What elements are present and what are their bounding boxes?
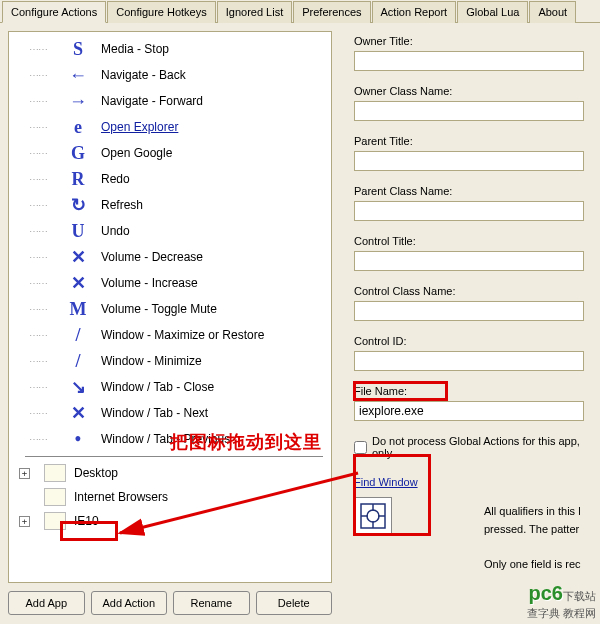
tab-about[interactable]: About (529, 1, 576, 23)
qualifier-text-3: Only one field is rec (484, 556, 581, 574)
expand-icon[interactable]: + (19, 516, 30, 527)
tree-item[interactable]: ⋯⋯←Navigate - Back (17, 62, 331, 88)
crosshair-icon[interactable] (354, 497, 392, 535)
tab-ignored-list[interactable]: Ignored List (217, 1, 292, 23)
tree-item[interactable]: ⋯⋯SMedia - Stop (17, 36, 331, 62)
svg-point-1 (367, 510, 379, 522)
tree-item-label: Navigate - Back (101, 68, 186, 82)
control-class-label: Control Class Name: (354, 285, 596, 297)
tree-item-label: Window - Minimize (101, 354, 202, 368)
control-id-input[interactable] (354, 351, 584, 371)
tree-item-label: Window - Maximize or Restore (101, 328, 264, 342)
tree-item[interactable]: ⋯⋯✕Window / Tab - Next (17, 400, 331, 426)
owner-class-input[interactable] (354, 101, 584, 121)
parent-title-input[interactable] (354, 151, 584, 171)
tree-item[interactable]: ⋯⋯MVolume - Toggle Mute (17, 296, 331, 322)
owner-title-label: Owner Title: (354, 35, 596, 47)
gesture-icon: G (65, 142, 91, 164)
gesture-icon: ✕ (65, 272, 91, 294)
tree-group-label: IE10 (74, 514, 99, 528)
gesture-icon: ↘ (65, 376, 91, 398)
gesture-icon: R (65, 168, 91, 190)
tree-group[interactable]: Internet Browsers (17, 485, 331, 509)
tree-item-label: Media - Stop (101, 42, 169, 56)
qualifier-text-1: All qualifiers in this l (484, 503, 581, 521)
tree-item[interactable]: ⋯⋯UUndo (17, 218, 331, 244)
gesture-icon: e (65, 116, 91, 138)
gesture-icon: / (65, 324, 91, 346)
tree-item[interactable]: ⋯⋯↻Refresh (17, 192, 331, 218)
gesture-icon: S (65, 38, 91, 60)
qualifier-text-2: pressed. The patter (484, 521, 581, 539)
delete-button[interactable]: Delete (256, 591, 333, 615)
tab-configure-hotkeys[interactable]: Configure Hotkeys (107, 1, 216, 23)
owner-class-label: Owner Class Name: (354, 85, 596, 97)
tab-bar: Configure Actions Configure Hotkeys Igno… (0, 0, 600, 23)
tree-item[interactable]: ⋯⋯/Window - Minimize (17, 348, 331, 374)
tab-global-lua[interactable]: Global Lua (457, 1, 528, 23)
folder-icon (44, 488, 66, 506)
parent-class-input[interactable] (354, 201, 584, 221)
tree-item-label: Redo (101, 172, 130, 186)
gesture-icon: U (65, 220, 91, 242)
watermark: pc6下载站 查字典 教程网 (527, 580, 596, 620)
tree-group-label: Desktop (74, 466, 118, 480)
owner-title-input[interactable] (354, 51, 584, 71)
tab-action-report[interactable]: Action Report (372, 1, 457, 23)
tree-item[interactable]: ⋯⋯✕Volume - Decrease (17, 244, 331, 270)
tree-item[interactable]: ⋯⋯✕Volume - Increase (17, 270, 331, 296)
gesture-icon: / (65, 350, 91, 372)
tree-item[interactable]: ⋯⋯RRedo (17, 166, 331, 192)
gesture-icon: ✕ (65, 246, 91, 268)
tree-item[interactable]: ⋯⋯/Window - Maximize or Restore (17, 322, 331, 348)
no-global-actions-checkbox[interactable] (354, 441, 367, 454)
tab-configure-actions[interactable]: Configure Actions (2, 1, 106, 23)
control-id-label: Control ID: (354, 335, 596, 347)
gesture-icon: • (65, 428, 91, 450)
rename-button[interactable]: Rename (173, 591, 250, 615)
tree-item-label: Window / Tab - Next (101, 406, 208, 420)
tree-item-label: Window / Tab - Close (101, 380, 214, 394)
tree-item[interactable]: ⋯⋯↘Window / Tab - Close (17, 374, 331, 400)
action-tree[interactable]: ⋯⋯SMedia - Stop⋯⋯←Navigate - Back⋯⋯→Navi… (8, 31, 332, 583)
folder-icon (44, 464, 66, 482)
control-class-input[interactable] (354, 301, 584, 321)
file-name-label: File Name: (354, 385, 596, 397)
parent-class-label: Parent Class Name: (354, 185, 596, 197)
no-global-actions-label: Do not process Global Actions for this a… (372, 435, 596, 459)
folder-icon (44, 512, 66, 530)
tree-item[interactable]: ⋯⋯eOpen Explorer (17, 114, 331, 140)
control-title-input[interactable] (354, 251, 584, 271)
add-action-button[interactable]: Add Action (91, 591, 168, 615)
tree-item-label: Volume - Decrease (101, 250, 203, 264)
file-name-input[interactable] (354, 401, 584, 421)
expand-icon[interactable]: + (19, 468, 30, 479)
tree-item-label: Refresh (101, 198, 143, 212)
gesture-icon: → (65, 90, 91, 112)
tree-item[interactable]: ⋯⋯→Navigate - Forward (17, 88, 331, 114)
gesture-icon: M (65, 298, 91, 320)
find-window-link[interactable]: Find Window (354, 476, 418, 488)
tree-item-label: Open Google (101, 146, 172, 160)
parent-title-label: Parent Title: (354, 135, 596, 147)
tree-item-label: Volume - Toggle Mute (101, 302, 217, 316)
tree-item-label: Undo (101, 224, 130, 238)
tree-item-label: Open Explorer (101, 120, 178, 134)
tree-item-label: Navigate - Forward (101, 94, 203, 108)
tree-item[interactable]: ⋯⋯GOpen Google (17, 140, 331, 166)
control-title-label: Control Title: (354, 235, 596, 247)
tab-preferences[interactable]: Preferences (293, 1, 370, 23)
gesture-icon: ← (65, 64, 91, 86)
gesture-icon: ↻ (65, 194, 91, 216)
tree-group[interactable]: +Desktop (17, 461, 331, 485)
tree-group-label: Internet Browsers (74, 490, 168, 504)
add-app-button[interactable]: Add App (8, 591, 85, 615)
gesture-icon: ✕ (65, 402, 91, 424)
annotation-text: 把图标拖动到这里 (170, 430, 322, 454)
tree-group[interactable]: +IE10 (17, 509, 331, 533)
tree-item-label: Volume - Increase (101, 276, 198, 290)
